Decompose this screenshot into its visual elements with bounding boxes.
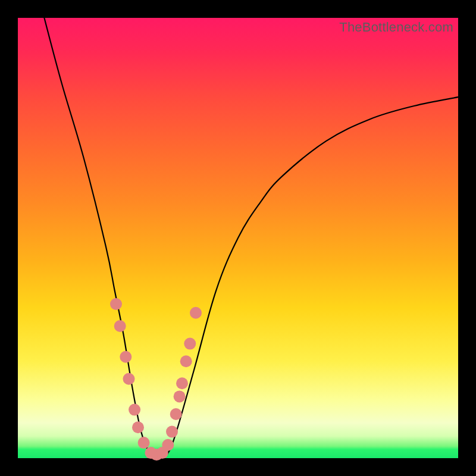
highlight-dot bbox=[129, 404, 140, 416]
highlight-dot bbox=[162, 439, 174, 451]
highlight-dot bbox=[132, 421, 144, 433]
highlight-dot bbox=[176, 377, 188, 389]
bottleneck-curve bbox=[44, 18, 458, 458]
highlight-dot bbox=[180, 355, 192, 367]
highlight-dots bbox=[110, 298, 202, 461]
highlight-dot bbox=[123, 373, 135, 385]
highlight-dot bbox=[170, 408, 182, 420]
highlight-dot bbox=[138, 437, 150, 449]
highlight-dot bbox=[114, 320, 126, 332]
highlight-dot bbox=[174, 390, 186, 402]
highlight-dot bbox=[190, 307, 202, 319]
curve-layer bbox=[18, 18, 458, 458]
highlight-dot bbox=[184, 338, 196, 350]
highlight-dot bbox=[166, 426, 178, 438]
chart-frame: TheBottleneck.com bbox=[0, 0, 476, 476]
plot-area: TheBottleneck.com bbox=[18, 18, 458, 458]
highlight-dot bbox=[120, 351, 131, 363]
highlight-dot bbox=[110, 298, 122, 310]
